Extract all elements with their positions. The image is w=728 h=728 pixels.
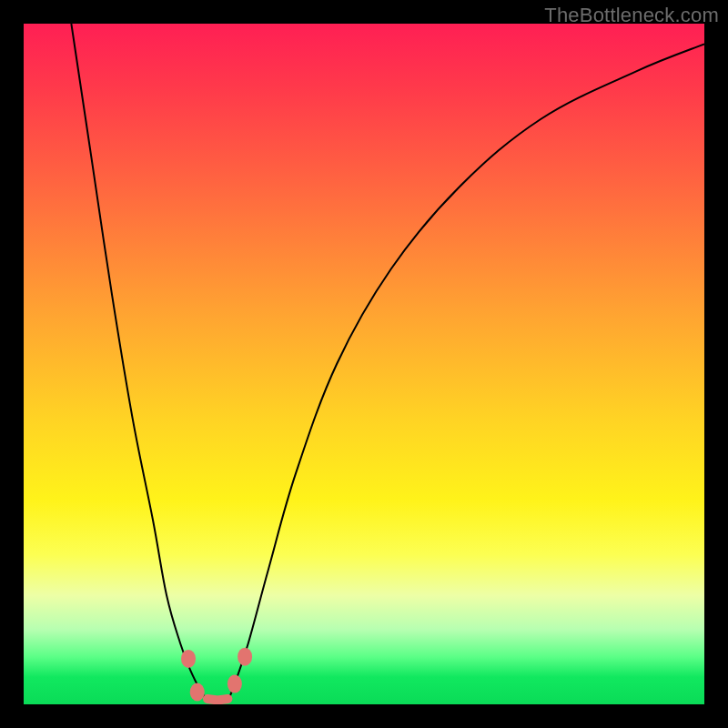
right-curve [228,44,704,701]
bead-left-lower [190,683,205,702]
valley-bead-band [207,699,228,700]
watermark-text: TheBottleneck.com [544,4,719,27]
left-curve [71,24,207,701]
plot-area [24,24,704,704]
bead-right-mid [228,675,242,693]
chart-svg [24,24,704,704]
bead-right-upper [238,648,252,666]
bead-left-upper [181,650,196,668]
